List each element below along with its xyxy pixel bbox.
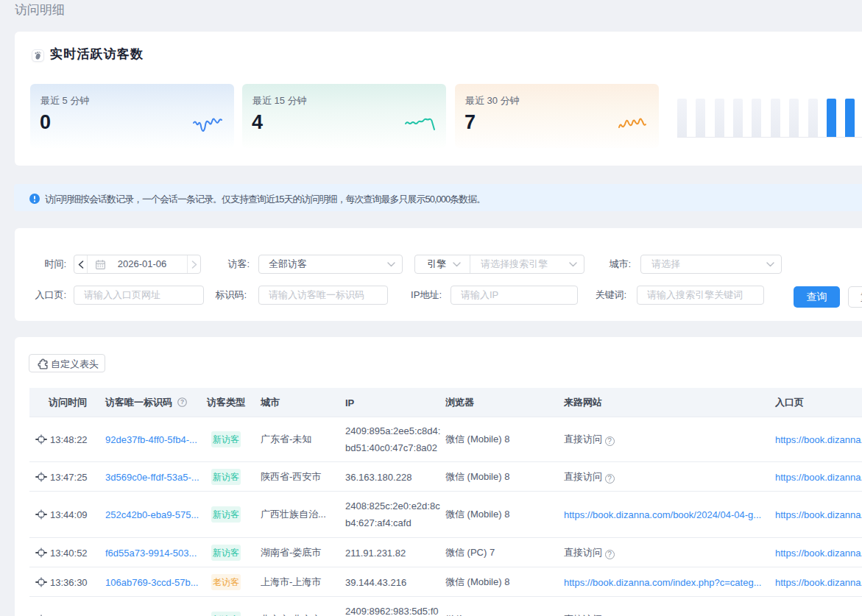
svg-text:?: ? bbox=[180, 398, 184, 406]
